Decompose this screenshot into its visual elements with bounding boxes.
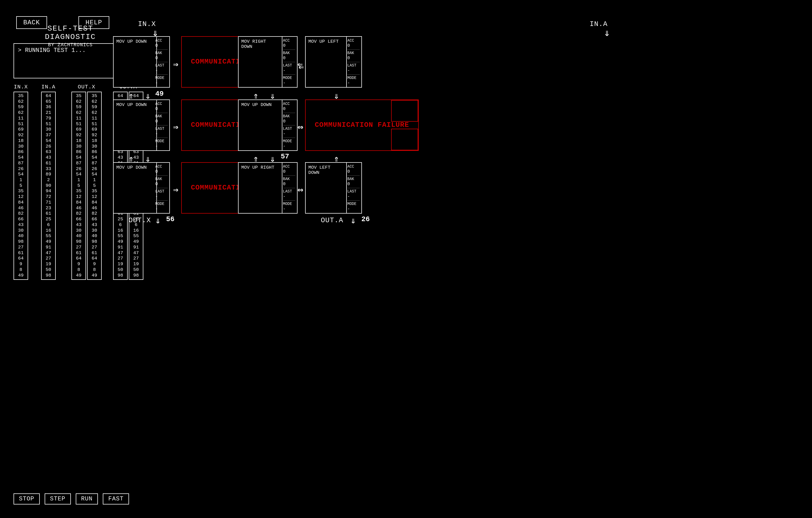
data-val: 54	[92, 155, 97, 161]
data-val: 12	[92, 194, 97, 200]
data-val: 36	[46, 104, 51, 110]
data-val: 27	[133, 256, 139, 262]
console-text: > RUNNING TEST 1...	[18, 47, 86, 54]
data-val: 5	[93, 183, 96, 189]
data-val: 62	[18, 110, 24, 116]
data-val: 5	[77, 183, 80, 189]
node-r2c2-regs: ACC0 BAK0 LAST- MODE-	[281, 163, 297, 213]
data-val: 47	[118, 250, 123, 256]
data-val: 69	[92, 127, 97, 132]
data-val: 90	[46, 183, 51, 189]
data-val: 27	[76, 245, 81, 250]
data-val: 84	[18, 200, 24, 206]
in-a-down-arrow: ⇓	[604, 27, 610, 39]
data-val: 30	[18, 228, 24, 234]
bottom-buttons: STOP STEP RUN FAST	[13, 493, 129, 505]
data-val: 87	[18, 161, 24, 166]
fast-button[interactable]: FAST	[103, 493, 129, 505]
out-x-bottom-label: OUT.X	[128, 216, 151, 224]
data-val: 26	[46, 144, 51, 150]
data-val: 64	[76, 256, 81, 262]
comm-r1c3-inner-tr	[391, 100, 418, 122]
node-r1c0: MOV UP DOWN ACC0 BAK0 LAST- MODE-	[113, 99, 170, 151]
node-r2c0-code: MOV UP DOWN	[114, 163, 157, 213]
data-val: 1	[93, 177, 96, 183]
data-val: 35	[18, 93, 24, 99]
data-val: 79	[46, 116, 51, 121]
data-val: 18	[92, 138, 97, 144]
data-val: 51	[76, 121, 81, 127]
data-val: 43	[92, 222, 97, 228]
arrow-r0c2-left-incoming: ⇐	[299, 62, 304, 72]
data-val: 26	[92, 166, 97, 172]
data-val: 86	[76, 149, 81, 155]
data-val: 50	[46, 267, 51, 273]
data-val: 82	[92, 211, 97, 217]
arrow-r2c0-right: ⇒	[173, 184, 178, 195]
arrow-r1c0-right: ⇒	[173, 122, 178, 132]
data-val: 55	[46, 233, 51, 239]
console-box: > RUNNING TEST 1...	[13, 43, 119, 79]
data-val: 1	[20, 177, 22, 183]
data-val: 8	[20, 267, 22, 273]
node-r1c0-code: MOV UP DOWN	[114, 100, 157, 150]
data-val: 30	[92, 144, 97, 150]
data-val: 91	[118, 245, 123, 250]
node-r1c2-regs: ACC0 BAK0 LAST- MODE-	[281, 100, 297, 150]
data-val: 54	[76, 155, 81, 161]
data-val: 64	[46, 93, 51, 99]
data-val: 91	[133, 245, 139, 250]
data-val: 25	[46, 217, 51, 222]
data-val: 61	[76, 250, 81, 256]
data-val: 9	[77, 262, 80, 267]
data-val: 43	[118, 155, 123, 161]
data-val: 18	[76, 138, 81, 144]
node-r1c2: MOV UP DOWN ACC0 BAK0 LAST- MODE-	[238, 99, 297, 151]
data-val: 54	[92, 172, 97, 177]
data-val: 62	[92, 99, 97, 104]
data-val: 8	[93, 267, 96, 273]
node-r1c2-code: MOV UP DOWN	[238, 100, 282, 150]
data-val: 61	[92, 250, 97, 256]
data-val: 61	[18, 250, 24, 256]
data-val: 84	[76, 200, 81, 206]
out-x-down-arrow: ⇓	[155, 215, 161, 226]
node-r1c0-regs: ACC0 BAK0 LAST- MODE-	[154, 100, 169, 150]
node-r0c3-code: MOV UP LEFT	[306, 37, 347, 87]
data-val: 92	[92, 132, 97, 138]
data-val: 91	[46, 245, 51, 250]
data-val: 86	[92, 149, 97, 155]
stop-button[interactable]: STOP	[13, 493, 40, 505]
data-val: 50	[133, 267, 139, 273]
step-button[interactable]: STEP	[45, 493, 71, 505]
data-val: 51	[46, 121, 51, 127]
comm-r1c3-inner-br	[391, 129, 418, 150]
node-r2c2: MOV UP RIGHT ACC0 BAK0 LAST- MODE-	[238, 162, 297, 214]
run-button[interactable]: RUN	[76, 493, 98, 505]
data-val: 98	[118, 273, 123, 278]
node-r2c3: MOV LEFT DOWN ACC0 BAK0 LAST- MODE-	[305, 162, 362, 214]
data-val: 55	[118, 233, 123, 239]
data-val: 59	[92, 104, 97, 110]
node-r0c2-regs: ACC0 BAK0 LAST- MODE-	[281, 37, 297, 87]
data-val: 35	[18, 188, 24, 194]
data-val: 64	[118, 93, 123, 99]
node-r2c0: MOV UP DOWN ACC0 BAK0 LAST- MODE-	[113, 162, 170, 214]
data-val: 35	[76, 93, 81, 99]
data-val: 19	[118, 262, 123, 267]
data-val: 62	[92, 110, 97, 116]
data-val: 92	[18, 132, 24, 138]
data-val: 63	[46, 149, 51, 155]
data-val: 51	[92, 121, 97, 127]
data-val: 1	[77, 177, 80, 183]
data-val: 49	[46, 239, 51, 245]
data-val: 27	[92, 245, 97, 250]
data-val: 12	[18, 194, 24, 200]
data-val: 69	[18, 127, 24, 132]
node-r2c3-regs: ACC0 BAK0 LAST- MODE-	[346, 163, 361, 213]
node-r0c0-code: MOV UP DOWN	[114, 37, 157, 87]
data-val: 59	[76, 104, 81, 110]
data-val: 33	[46, 166, 51, 172]
data-val: 27	[118, 256, 123, 262]
node-r0c3-regs: ACC0 BAK0 LAST- MODE-	[346, 37, 361, 87]
